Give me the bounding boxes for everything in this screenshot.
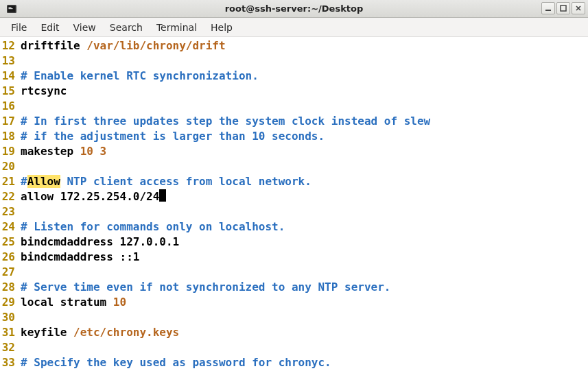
line-number: 18: [0, 129, 21, 144]
code-token: # Serve time even if not synchronized to…: [21, 280, 390, 294]
code-line: 27: [0, 265, 588, 280]
line-number: 17: [0, 114, 21, 129]
line-number: 31: [0, 325, 21, 340]
code-line: 32: [0, 340, 588, 355]
code-line: 19makestep 10 3: [0, 144, 588, 159]
code-token: #: [21, 175, 27, 188]
line-number: 15: [0, 84, 21, 99]
app-icon: [4, 1, 19, 16]
code-line: 25bindcmdaddress 127.0.0.1: [0, 235, 588, 250]
line-number: 23: [0, 204, 21, 219]
code-line: 30: [0, 310, 588, 325]
menu-search[interactable]: Search: [103, 19, 150, 36]
close-button[interactable]: [572, 2, 585, 14]
text-cursor: [159, 189, 166, 202]
code-content: # if the adjustment is larger than 10 se…: [21, 129, 588, 144]
menu-terminal[interactable]: Terminal: [150, 19, 204, 36]
code-line: 26bindcmdaddress ::1: [0, 250, 588, 265]
code-line: 31keyfile /etc/chrony.keys: [0, 325, 588, 340]
search-highlight: Allow: [27, 175, 60, 188]
line-number: 19: [0, 144, 21, 159]
code-content: # Enable kernel RTC synchronization.: [21, 69, 588, 84]
code-token: keyfile: [21, 326, 73, 339]
svg-rect-4: [545, 10, 551, 11]
code-token: bindcmdaddress: [21, 250, 120, 263]
line-number: 22: [0, 189, 21, 204]
code-content: allow 172.25.254.0/24: [21, 189, 588, 204]
line-number: 25: [0, 235, 21, 250]
code-line: 18# if the adjustment is larger than 10 …: [0, 129, 588, 144]
menu-view[interactable]: View: [67, 19, 103, 36]
code-line: 20: [0, 159, 588, 174]
code-token: /var/lib/chrony/drift: [86, 39, 225, 52]
code-line: 21#Allow NTP client access from local ne…: [0, 174, 588, 189]
code-line: 23: [0, 204, 588, 219]
code-line: 15rtcsync: [0, 84, 588, 99]
line-number: 26: [0, 250, 21, 265]
code-token: rtcsync: [21, 84, 67, 97]
line-number: 28: [0, 280, 21, 295]
menubar: File Edit View Search Terminal Help: [0, 18, 588, 37]
code-token: /etc/chrony.keys: [73, 326, 179, 339]
code-content: # In first three updates step the system…: [21, 114, 588, 129]
code-line: 17# In first three updates step the syst…: [0, 114, 588, 129]
window-title: root@ssh-server:~/Desktop: [0, 3, 588, 14]
code-line: 16: [0, 99, 588, 114]
code-content: # Specify the key used as password for c…: [21, 355, 588, 370]
menu-edit[interactable]: Edit: [34, 19, 66, 36]
code-line: 33# Specify the key used as password for…: [0, 355, 588, 370]
editor-area[interactable]: 12driftfile /var/lib/chrony/drift1314# E…: [0, 37, 588, 370]
menu-file[interactable]: File: [4, 19, 34, 36]
line-number: 13: [0, 53, 21, 69]
code-token: local stratum: [21, 296, 113, 309]
window-buttons: [541, 2, 585, 14]
code-token: bindcmdaddress: [21, 235, 120, 248]
line-number: 27: [0, 265, 21, 280]
code-token: # Specify the key used as password for c…: [21, 356, 331, 369]
svg-rect-5: [561, 5, 566, 11]
line-number: 33: [0, 355, 21, 370]
menu-help[interactable]: Help: [204, 19, 239, 36]
code-token: NTP client access from local network.: [60, 175, 311, 188]
line-number: 16: [0, 99, 21, 114]
line-number: 14: [0, 69, 21, 84]
code-token: allow: [21, 190, 60, 203]
window-titlebar: root@ssh-server:~/Desktop: [0, 0, 588, 18]
code-content: bindcmdaddress 127.0.0.1: [21, 235, 588, 250]
line-number: 24: [0, 219, 21, 235]
line-number: 32: [0, 340, 21, 355]
code-token: 127.0.0.1: [120, 235, 180, 248]
code-content: bindcmdaddress ::1: [21, 250, 588, 265]
code-token: ::1: [120, 250, 140, 263]
line-number: 30: [0, 310, 21, 325]
svg-rect-2: [9, 7, 12, 8]
code-content: local stratum 10: [21, 295, 588, 310]
code-token: 10 3: [80, 145, 107, 158]
code-token: 10: [113, 296, 126, 309]
line-number: 29: [0, 295, 21, 310]
code-token: driftfile: [21, 39, 86, 52]
code-token: makestep: [21, 145, 80, 158]
code-content: rtcsync: [21, 84, 588, 99]
code-content: makestep 10 3: [21, 144, 588, 159]
line-number: 12: [0, 38, 21, 53]
line-number: 20: [0, 159, 21, 174]
code-line: 14# Enable kernel RTC synchronization.: [0, 69, 588, 84]
code-content: # Serve time even if not synchronized to…: [21, 280, 588, 295]
code-token: # if the adjustment is larger than 10 se…: [21, 130, 325, 143]
code-token: # Listen for commands only on localhost.: [21, 220, 285, 233]
code-token: # In first three updates step the system…: [21, 115, 430, 128]
code-line: 12driftfile /var/lib/chrony/drift: [0, 38, 588, 53]
code-line: 13: [0, 53, 588, 69]
line-number: 21: [0, 174, 21, 189]
svg-rect-3: [9, 8, 13, 9]
minimize-button[interactable]: [541, 2, 555, 14]
code-line: 22allow 172.25.254.0/24: [0, 189, 588, 204]
code-content: driftfile /var/lib/chrony/drift: [21, 38, 588, 53]
code-content: #Allow NTP client access from local netw…: [21, 174, 588, 189]
code-token: # Enable kernel RTC synchronization.: [21, 69, 259, 82]
maximize-button[interactable]: [556, 2, 570, 14]
code-line: 29local stratum 10: [0, 295, 588, 310]
code-token: 172.25.254.0/24: [60, 190, 160, 203]
code-content: # Listen for commands only on localhost.: [21, 219, 588, 235]
